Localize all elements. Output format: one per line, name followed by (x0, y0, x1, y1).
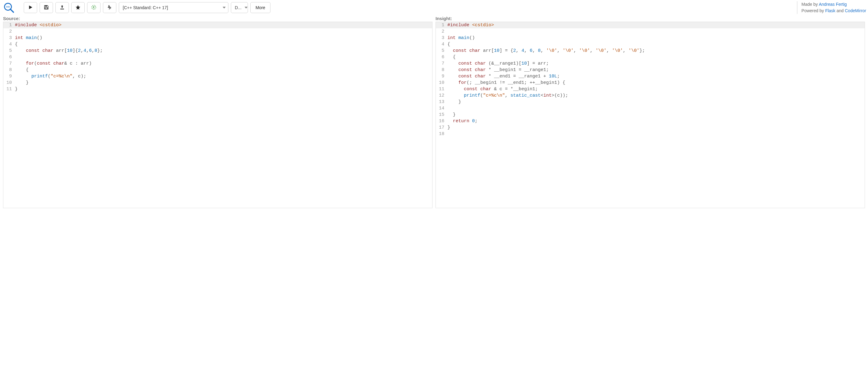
line-number: 1 (3, 22, 14, 28)
code-content[interactable] (446, 28, 447, 35)
code-line[interactable]: 13 } (436, 99, 865, 105)
codemirror-link[interactable]: CodeMirror (845, 8, 866, 13)
favorite-button[interactable] (71, 2, 85, 13)
run-button[interactable] (24, 2, 37, 13)
code-line[interactable]: 18 (436, 131, 865, 137)
secondary-select[interactable]: D... (231, 2, 248, 13)
code-content[interactable]: int main() (14, 35, 42, 41)
code-line[interactable]: 10 for(; __begin1 != __end1; ++__begin1)… (436, 80, 865, 86)
code-content[interactable] (14, 28, 15, 35)
code-line[interactable]: 14 (436, 105, 865, 112)
code-content[interactable]: } (446, 124, 450, 131)
insight-label: Insight: (436, 15, 865, 22)
code-content[interactable] (446, 131, 447, 137)
code-line[interactable]: 16 return 0; (436, 118, 865, 124)
code-content[interactable]: for(const char& c : arr) (14, 60, 92, 67)
credits-powered-prefix: Powered by (802, 8, 825, 13)
line-number: 2 (3, 28, 14, 35)
code-line[interactable]: 4{ (3, 41, 432, 48)
insight-editor[interactable]: 1#include <cstdio>23int main()4{5 const … (436, 22, 865, 208)
code-content[interactable]: printf("c=%c\n", static_cast<int>(c)); (446, 92, 568, 99)
code-content[interactable]: #include <cstdio> (14, 22, 62, 28)
credits-and: and (835, 8, 845, 13)
code-line[interactable]: 3int main() (436, 35, 865, 41)
code-line[interactable]: 15 } (436, 112, 865, 118)
cppinsights-logo-icon[interactable]: ++ (3, 2, 14, 13)
code-line[interactable]: 5 const char arr[10] = {2, 4, 6, 8, '\0'… (436, 48, 865, 54)
code-line[interactable]: 12 printf("c=%c\n", static_cast<int>(c))… (436, 92, 865, 99)
code-line[interactable]: 11 const char & c = *__begin1; (436, 86, 865, 92)
dashed-e-icon: E (91, 5, 97, 11)
line-number: 8 (3, 67, 14, 73)
code-line[interactable]: 9 const char * __end1 = __range1 + 10L; (436, 73, 865, 80)
code-content[interactable]: { (446, 41, 450, 48)
line-number: 2 (436, 28, 446, 35)
save-button[interactable] (40, 2, 53, 13)
svg-text:++: ++ (6, 5, 10, 8)
code-content[interactable]: const char (&__range1)[10] = arr; (446, 60, 549, 67)
code-line[interactable]: 9 printf("c=%c\n", c); (3, 73, 432, 80)
code-content[interactable]: const char & c = *__begin1; (446, 86, 538, 92)
code-line[interactable]: 3int main() (3, 35, 432, 41)
code-content[interactable]: const char * __end1 = __range1 + 10L; (446, 73, 560, 80)
code-content[interactable]: return 0; (446, 118, 477, 124)
code-line[interactable]: 1#include <cstdio> (3, 22, 432, 28)
code-content[interactable]: const char arr[10]{2,4,6,8}; (14, 48, 103, 54)
source-pane: Source: 1#include <cstdio>23int main()4{… (3, 15, 432, 208)
line-number: 10 (436, 80, 446, 86)
code-line[interactable]: 2 (436, 28, 865, 35)
code-content[interactable]: } (14, 80, 29, 86)
line-number: 6 (3, 54, 14, 60)
source-label: Source: (3, 15, 432, 22)
code-line[interactable]: 17} (436, 124, 865, 131)
code-content[interactable]: const char * __begin1 = __range1; (446, 67, 549, 73)
chevron-down-icon (245, 7, 248, 8)
line-number: 11 (436, 86, 446, 92)
code-content[interactable]: for(; __begin1 != __end1; ++__begin1) { (446, 80, 565, 86)
code-content[interactable]: { (446, 54, 456, 60)
cpp-standard-select[interactable]: [C++ Standard: C++ 17] (119, 2, 228, 13)
line-number: 16 (436, 118, 446, 124)
code-content[interactable]: } (14, 86, 18, 92)
code-content[interactable]: { (14, 41, 18, 48)
code-line[interactable]: 10 } (3, 80, 432, 86)
flask-link[interactable]: Flask (825, 8, 835, 13)
line-number: 5 (436, 48, 446, 54)
code-content[interactable] (14, 54, 15, 60)
author-link[interactable]: Andreas Fertig (819, 2, 847, 7)
code-line[interactable]: 8 const char * __begin1 = __range1; (436, 67, 865, 73)
code-line[interactable]: 6 (3, 54, 432, 60)
line-number: 9 (436, 73, 446, 80)
upload-button[interactable] (56, 2, 69, 13)
code-content[interactable]: printf("c=%c\n", c); (14, 73, 86, 80)
code-line[interactable]: 4{ (436, 41, 865, 48)
code-line[interactable]: 7 for(const char& c : arr) (3, 60, 432, 67)
code-content[interactable]: const char arr[10] = {2, 4, 6, 8, '\0', … (446, 48, 645, 54)
save-icon (43, 5, 49, 11)
code-content[interactable]: { (14, 67, 29, 73)
code-line[interactable]: 5 const char arr[10]{2,4,6,8}; (3, 48, 432, 54)
code-line[interactable]: 6 { (436, 54, 865, 60)
code-line[interactable]: 2 (3, 28, 432, 35)
source-editor[interactable]: 1#include <cstdio>23int main()4{5 const … (3, 22, 432, 208)
code-content[interactable]: #include <cstdio> (446, 22, 494, 28)
code-content[interactable]: } (446, 99, 461, 105)
code-content[interactable]: } (446, 112, 456, 118)
quickbench-button[interactable]: E (87, 2, 100, 13)
line-number: 7 (436, 60, 446, 67)
runner-icon (107, 5, 113, 11)
line-number: 12 (436, 92, 446, 99)
code-content[interactable]: int main() (446, 35, 475, 41)
compiler-explorer-button[interactable] (103, 2, 116, 13)
line-number: 8 (436, 67, 446, 73)
more-button[interactable]: More (250, 2, 271, 13)
line-number: 14 (436, 105, 446, 112)
code-line[interactable]: 8 { (3, 67, 432, 73)
code-line[interactable]: 7 const char (&__range1)[10] = arr; (436, 60, 865, 67)
code-content[interactable] (446, 105, 447, 112)
code-line[interactable]: 11} (3, 86, 432, 92)
svg-rect-4 (45, 7, 48, 9)
line-number: 4 (436, 41, 446, 48)
line-number: 1 (436, 22, 446, 28)
code-line[interactable]: 1#include <cstdio> (436, 22, 865, 28)
